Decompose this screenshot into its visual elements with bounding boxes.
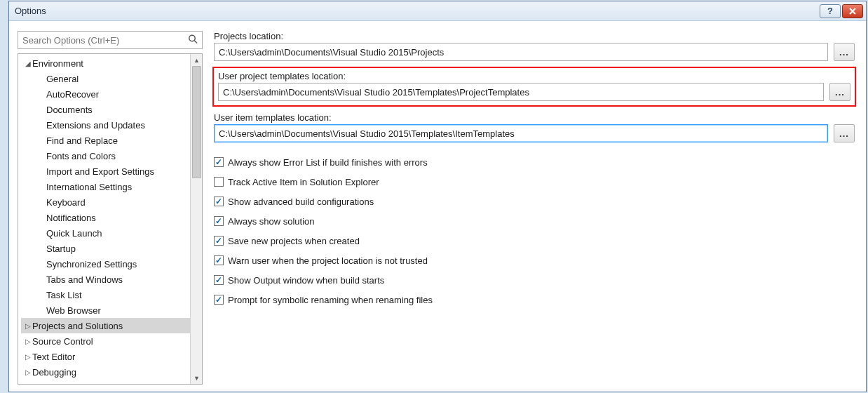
checkbox[interactable]: [214, 177, 224, 187]
checkbox-label: Always show solution: [228, 216, 315, 227]
checkbox-label: Prompt for symbolic renaming when renami…: [228, 295, 433, 305]
tree-item-task-list[interactable]: Task List: [21, 287, 190, 302]
checkbox[interactable]: [214, 236, 224, 246]
tree-item-general[interactable]: General: [21, 71, 190, 86]
tree-item-label: Keyboard: [46, 197, 86, 208]
tree-item-web-browser[interactable]: Web Browser: [21, 302, 190, 318]
tree-item-label: Environment: [32, 58, 83, 69]
project-templates-input[interactable]: C:\Users\admin\Documents\Visual Studio 2…: [218, 83, 824, 101]
tree-item-label: Extensions and Updates: [46, 120, 145, 131]
tree-item-label: Find and Replace: [46, 135, 118, 146]
tree-item-label: Source Control: [32, 336, 93, 347]
tree-item-quick-launch[interactable]: Quick Launch: [21, 225, 190, 241]
project-templates-row: C:\Users\admin\Documents\Visual Studio 2…: [218, 83, 850, 101]
help-button[interactable]: ?: [820, 4, 841, 18]
close-button[interactable]: [842, 4, 863, 18]
item-templates-browse-button[interactable]: ...: [834, 124, 855, 142]
options-dialog: Options ? ◢EnvironmentGeneralAutoRecover…: [8, 1, 867, 392]
tree-item-label: International Settings: [46, 182, 132, 192]
tree-item-fonts-and-colors[interactable]: Fonts and Colors: [21, 148, 190, 164]
tree-item-label: Startup: [46, 244, 76, 254]
checkbox[interactable]: [214, 255, 224, 265]
close-icon: [848, 7, 857, 15]
tree-item-label: Notifications: [46, 213, 96, 223]
dialog-content: ◢EnvironmentGeneralAutoRecoverDocumentsE…: [9, 21, 866, 392]
tree-item-label: Debugging: [32, 367, 76, 378]
scroll-thumb[interactable]: [192, 66, 201, 178]
tree-item-label: Projects and Solutions: [32, 321, 123, 331]
checkbox-label: Track Active Item in Solution Explorer: [228, 177, 379, 187]
chevron-right-icon: ▷: [24, 322, 32, 330]
tree-item-label: Quick Launch: [46, 228, 102, 239]
tree-item-debugging[interactable]: ▷Debugging: [21, 364, 190, 380]
checkbox-label: Show advanced build configurations: [228, 196, 374, 207]
checkbox-row: Save new projects when created: [214, 231, 855, 251]
help-icon: ?: [827, 6, 833, 16]
options-checkboxes: Always show Error List if build finishes…: [214, 152, 855, 309]
checkbox[interactable]: [214, 196, 224, 206]
checkbox-row: Always show Error List if build finishes…: [214, 152, 855, 172]
checkbox[interactable]: [214, 295, 224, 305]
window-title: Options: [15, 6, 46, 16]
tree-item-extensions-and-updates[interactable]: Extensions and Updates: [21, 117, 190, 133]
tree-item-source-control[interactable]: ▷Source Control: [21, 333, 190, 349]
chevron-right-icon: ▷: [24, 353, 32, 361]
tree-item-find-and-replace[interactable]: Find and Replace: [21, 133, 190, 148]
svg-point-0: [189, 35, 195, 41]
tree-item-autorecover[interactable]: AutoRecover: [21, 86, 190, 102]
checkbox[interactable]: [214, 157, 224, 167]
checkbox-row: Show advanced build configurations: [214, 192, 855, 211]
tree-item-environment[interactable]: ◢Environment: [21, 55, 190, 71]
checkbox-label: Show Output window when build starts: [228, 275, 384, 286]
tree-item-label: Import and Export Settings: [46, 166, 154, 177]
checkbox-row: Always show solution: [214, 211, 855, 231]
tree-item-synchronized-settings[interactable]: Synchronized Settings: [21, 256, 190, 272]
projects-location-input[interactable]: C:\Users\admin\Documents\Visual Studio 2…: [214, 43, 828, 61]
chevron-right-icon: ▷: [24, 368, 32, 376]
search-icon: [188, 34, 198, 46]
tree-item-import-and-export-settings[interactable]: Import and Export Settings: [21, 164, 190, 179]
projects-location-browse-button[interactable]: ...: [834, 43, 855, 61]
checkbox-label: Always show Error List if build finishes…: [228, 157, 428, 168]
scrollbar[interactable]: ▲ ▼: [190, 54, 202, 384]
left-pane: ◢EnvironmentGeneralAutoRecoverDocumentsE…: [18, 31, 203, 385]
search-input[interactable]: [22, 35, 184, 46]
chevron-right-icon: ▷: [24, 338, 32, 345]
projects-location-label: Projects location:: [214, 31, 855, 41]
tree-item-label: Documents: [46, 105, 93, 115]
tree-item-label: AutoRecover: [46, 89, 99, 100]
item-templates-row: C:\Users\admin\Documents\Visual Studio 2…: [214, 124, 855, 142]
item-templates-input[interactable]: C:\Users\admin\Documents\Visual Studio 2…: [214, 124, 828, 142]
tree-item-projects-and-solutions[interactable]: ▷Projects and Solutions: [21, 318, 190, 333]
checkbox-row: Warn user when the project location is n…: [214, 251, 855, 270]
checkbox[interactable]: [214, 275, 224, 285]
tree-item-international-settings[interactable]: International Settings: [21, 179, 190, 194]
tree-item-label: Fonts and Colors: [46, 151, 116, 161]
tree-item-startup[interactable]: Startup: [21, 241, 190, 256]
tree-item-label: Synchronized Settings: [46, 259, 137, 269]
chevron-right-icon: ▷: [24, 384, 32, 385]
right-pane: Projects location: C:\Users\admin\Docume…: [214, 31, 855, 385]
tree-item-text-editor[interactable]: ▷Text Editor: [21, 349, 190, 364]
scroll-down-icon[interactable]: ▼: [191, 372, 203, 384]
highlighted-section: User project templates location: C:\User…: [212, 67, 856, 107]
titlebar[interactable]: Options ?: [9, 1, 866, 21]
item-templates-label: User item templates location:: [214, 112, 855, 123]
tree-list[interactable]: ◢EnvironmentGeneralAutoRecoverDocumentsE…: [18, 54, 190, 384]
project-templates-browse-button[interactable]: ...: [829, 83, 850, 101]
tree-item-notifications[interactable]: Notifications: [21, 210, 190, 225]
tree-item-documents[interactable]: Documents: [21, 102, 190, 117]
tree-item-label: Task List: [46, 290, 82, 300]
project-templates-label: User project templates location:: [218, 71, 850, 81]
checkbox[interactable]: [214, 216, 224, 226]
scroll-up-icon[interactable]: ▲: [191, 54, 203, 66]
checkbox-row: Prompt for symbolic renaming when renami…: [214, 290, 855, 309]
tree-item-performance-tools[interactable]: ▷Performance Tools: [21, 380, 190, 384]
tree-item-keyboard[interactable]: Keyboard: [21, 194, 190, 210]
search-field[interactable]: [18, 31, 203, 49]
tree-item-label: Text Editor: [32, 352, 75, 362]
tree-item-label: General: [46, 74, 79, 84]
tree-item-tabs-and-windows[interactable]: Tabs and Windows: [21, 272, 190, 287]
tree-item-label: Web Browser: [46, 305, 101, 316]
checkbox-row: Track Active Item in Solution Explorer: [214, 172, 855, 192]
